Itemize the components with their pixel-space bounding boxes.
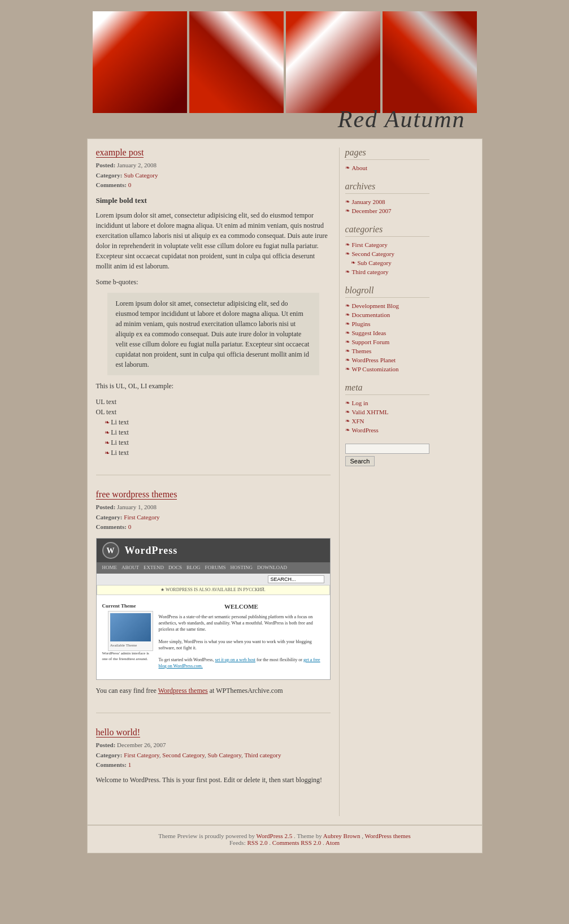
footer-themes-link[interactable]: WordPress themes <box>365 832 411 839</box>
wp-header-bar: W WordPress <box>97 539 330 562</box>
list-item: January 2008 <box>345 198 429 205</box>
wp-screenshot-inner: W WordPress HOME ABOUT EXTEND DOCS BLOG … <box>97 539 330 679</box>
post-meta-hello-world: Posted: December 26, 2007 Category: Firs… <box>96 740 331 770</box>
sidebar-categories-title: categories <box>345 224 429 237</box>
footer-atom-link[interactable]: Atom <box>325 839 340 846</box>
footer-wp-link[interactable]: WordPress 2.5 <box>256 832 292 839</box>
search-input[interactable] <box>345 444 429 454</box>
ul-ol-example: UL text OL text Li text Li text Li text … <box>96 397 331 458</box>
post-blockquote: Lorem ipsum dolor sit amet, consectetur … <box>107 293 319 375</box>
list-item: XFN <box>345 418 429 424</box>
post-body-wp-themes: W WordPress HOME ABOUT EXTEND DOCS BLOG … <box>96 538 331 696</box>
list-item: Support Forum <box>345 339 429 345</box>
post-title-link-wp-themes[interactable]: free wordpress themes <box>96 489 177 500</box>
search-button[interactable]: Search <box>345 456 375 466</box>
wp-content-area: Current Theme Available Theme WordPress'… <box>97 598 330 680</box>
post-category-link[interactable]: Sub Category <box>124 172 158 179</box>
post-meta-example: Posted: January 2, 2008 Category: Sub Ca… <box>96 160 331 190</box>
blogroll-themes[interactable]: Themes <box>352 348 372 354</box>
site-title: Red Autumn <box>338 106 466 133</box>
list-item: WordPress Planet <box>345 357 429 363</box>
footer-comments-rss-link[interactable]: Comments RSS 2.0 <box>272 839 322 846</box>
wordpress-screenshot: W WordPress HOME ABOUT EXTEND DOCS BLOG … <box>96 538 331 680</box>
post-list: Li text Li text Li text Li text <box>96 417 331 458</box>
wp-logo-text: WordPress <box>125 543 178 558</box>
list-item: Themes <box>345 348 429 354</box>
post-comments-link-2[interactable]: 0 <box>128 523 132 530</box>
post-wp-themes: free wordpress themes Posted: January 1,… <box>96 489 331 713</box>
list-item: Sub Category <box>345 259 429 266</box>
blogroll-suggest[interactable]: Suggest Ideas <box>352 329 386 336</box>
post-category-link-2[interactable]: First Category <box>124 514 159 520</box>
sidebar-meta: meta Log in Valid XHTML XFN WordPress <box>345 383 429 433</box>
list-item: Documentation <box>345 311 429 318</box>
post-comments-link[interactable]: 0 <box>128 181 132 188</box>
archive-dec-2007[interactable]: December 2007 <box>352 207 392 214</box>
sidebar-page-about[interactable]: About <box>352 164 368 171</box>
site-footer: Theme Preview is proudly powered by Word… <box>87 825 483 853</box>
header-images <box>87 0 483 113</box>
sidebar-pages: pages About <box>345 148 429 171</box>
post-title-example: example post <box>96 148 331 158</box>
blogroll-wpplanet[interactable]: WordPress Planet <box>352 357 396 363</box>
wp-search-bar <box>97 574 330 585</box>
sidebar-pages-title: pages <box>345 148 429 160</box>
wordpress-themes-link[interactable]: Wordpress themes <box>158 687 208 695</box>
list-item: Li text <box>105 417 331 427</box>
cat-first[interactable]: First Category <box>352 241 388 248</box>
meta-wordpress[interactable]: WordPress <box>352 427 379 433</box>
post-title-link-hello-world[interactable]: hello world! <box>96 727 141 738</box>
sidebar-categories-list: First Category Second Category Sub Categ… <box>345 241 429 275</box>
hw-cat-3[interactable]: Sub Category <box>208 752 241 758</box>
blogroll-devblog[interactable]: Development Blog <box>352 302 399 309</box>
list-item: WP Customization <box>345 366 429 372</box>
meta-login[interactable]: Log in <box>352 400 368 406</box>
meta-xhtml[interactable]: Valid XHTML <box>352 409 389 415</box>
footer-feeds: Feeds: RSS 2.0 . Comments RSS 2.0 . Atom <box>94 839 475 846</box>
sidebar-meta-list: Log in Valid XHTML XFN WordPress <box>345 400 429 433</box>
list-item: About <box>345 164 429 171</box>
blogroll-wpcustom[interactable]: WP Customization <box>352 366 399 372</box>
wp-sidebar-mini: Current Theme Available Theme WordPress'… <box>102 602 153 675</box>
wp-main-mini: WELCOME WordPress is a state-of-the-art … <box>159 602 324 675</box>
blogroll-support[interactable]: Support Forum <box>352 339 390 345</box>
list-item: Development Blog <box>345 302 429 309</box>
wp-search-input[interactable] <box>268 575 324 583</box>
post-hello-world: hello world! Posted: December 26, 2007 C… <box>96 727 331 802</box>
blogroll-plugins[interactable]: Plugins <box>352 320 371 327</box>
sidebar-archives-title: archives <box>345 181 429 194</box>
list-item: First Category <box>345 241 429 248</box>
blogroll-docs[interactable]: Documentation <box>352 311 390 318</box>
list-item: Suggest Ideas <box>345 329 429 336</box>
cat-sub[interactable]: Sub Category <box>358 259 392 266</box>
post-title-link-example[interactable]: example post <box>96 148 144 158</box>
site-header: Red Autumn <box>87 0 483 138</box>
hw-cat-4[interactable]: Third category <box>244 752 281 758</box>
cat-third[interactable]: Third category <box>352 268 389 275</box>
meta-xfn[interactable]: XFN <box>352 418 364 424</box>
footer-credit: Theme Preview is proudly powered by Word… <box>94 832 475 839</box>
post-body-example: Simple bold text Lorem ipsum dolor sit a… <box>96 195 331 458</box>
list-item: December 2007 <box>345 207 429 214</box>
archive-jan-2008[interactable]: January 2008 <box>352 198 385 205</box>
cat-second[interactable]: Second Category <box>352 250 394 257</box>
list-item: WordPress <box>345 427 429 433</box>
wp-logo-icon: W <box>102 542 119 559</box>
header-image-1 <box>93 11 187 113</box>
footer-rss-link[interactable]: RSS 2.0 <box>247 839 267 846</box>
post-example: example post Posted: January 2, 2008 Cat… <box>96 148 331 475</box>
header-image-4 <box>383 11 477 113</box>
promo-text: You can easy find free Wordpress themes … <box>96 686 331 696</box>
list-item: Third category <box>345 268 429 275</box>
hw-cat-2[interactable]: Second Category <box>162 752 205 758</box>
hw-comments-link[interactable]: 1 <box>128 761 132 768</box>
list-item: Log in <box>345 400 429 406</box>
footer-author-link[interactable]: Aubrey Brown <box>323 832 360 839</box>
hw-cat-1[interactable]: First Category <box>124 752 159 758</box>
post-title-hello-world: hello world! <box>96 727 331 738</box>
wp-notice: ★ WORDPRESS IS ALSO AVAILABLE IN РУССКИЙ… <box>97 585 330 595</box>
post-meta-wp-themes: Posted: January 1, 2008 Category: First … <box>96 502 331 532</box>
main-container: example post Posted: January 2, 2008 Cat… <box>87 138 483 825</box>
list-item: Second Category <box>345 250 429 257</box>
content-area: example post Posted: January 2, 2008 Cat… <box>96 148 339 816</box>
